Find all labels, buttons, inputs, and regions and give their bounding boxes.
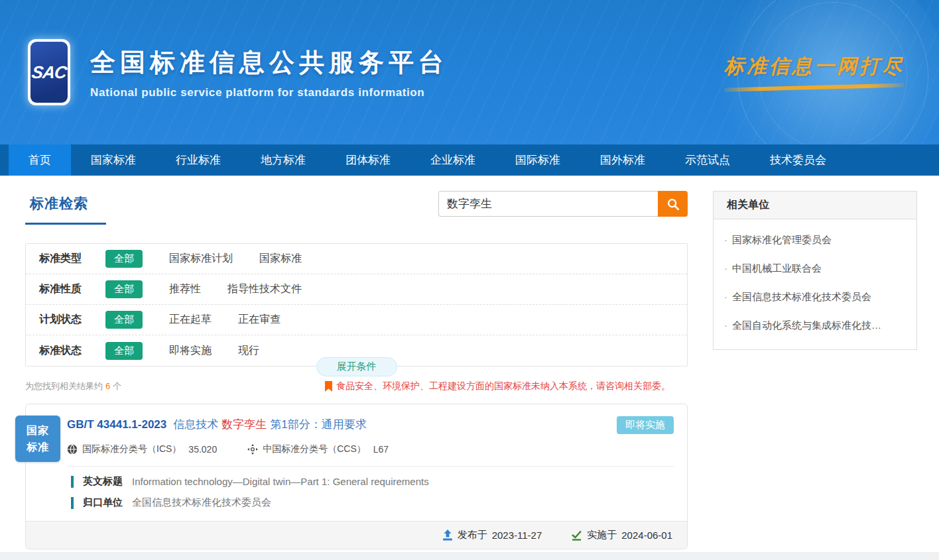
page-bottom-strip xyxy=(0,552,939,560)
related-unit-link[interactable]: ·全国自动化系统与集成标准化技… xyxy=(714,311,916,340)
filter-option[interactable]: 指导性技术文件 xyxy=(227,282,302,296)
search-term-highlight: 数字孪生 xyxy=(221,418,267,431)
nav-tab-enterprise-standards[interactable]: 企业标准 xyxy=(410,144,495,176)
results-summary: 为您找到相关结果约6个 xyxy=(25,380,121,392)
standard-type-badge: 国家 标准 xyxy=(15,416,60,462)
slogan-text: 标准信息一网打尽 xyxy=(724,53,905,80)
filter-option[interactable]: 国家标准计划 xyxy=(169,252,233,266)
site-title: 全国标准信息公共服务平台 xyxy=(90,46,448,80)
related-unit-link[interactable]: ·国家标准化管理委员会 xyxy=(714,226,916,254)
teal-bar xyxy=(71,476,74,488)
ccs-classification: 中国标准分类号（CCS） L67 xyxy=(247,443,389,455)
sidebar: 相关单位 ·国家标准化管理委员会·中国机械工业联合会·全国信息技术标准化技术委员… xyxy=(713,191,917,552)
search-input[interactable] xyxy=(438,191,658,217)
related-unit-link[interactable]: ·全国信息技术标准化技术委员会 xyxy=(714,283,916,311)
implemented-date: 实施于 2024-06-01 xyxy=(571,529,672,541)
related-units-list: ·国家标准化管理委员会·中国机械工业联合会·全国信息技术标准化技术委员会·全国自… xyxy=(714,219,916,349)
check-icon xyxy=(571,530,582,541)
nav-tab-foreign-standards[interactable]: 国外标准 xyxy=(580,144,665,176)
standard-title-link[interactable]: GB/T 43441.1-2023信息技术数字孪生第1部分：通用要求 xyxy=(67,417,601,432)
system-notice: 食品安全、环境保护、工程建设方面的国家标准未纳入本系统，请咨询相关部委。 xyxy=(325,380,670,392)
filter-label: 标准状态 xyxy=(39,344,105,358)
result-card: 国家 标准 即将实施 GB/T 43441.1-2023信息技术数字孪生第1部分… xyxy=(25,404,688,549)
list-dot: · xyxy=(724,262,727,274)
nav-tab-home[interactable]: 首页 xyxy=(9,144,71,176)
main-column: 标准检索 标准类型全部国家标准计划国家标准标准性质 xyxy=(25,191,688,552)
nav-tab-pilot-projects[interactable]: 示范试点 xyxy=(665,144,750,176)
compass-icon xyxy=(247,444,258,455)
nav-tab-local-standards[interactable]: 地方标准 xyxy=(241,144,326,176)
filter-option[interactable]: 正在审查 xyxy=(238,313,281,327)
related-units-panel: 相关单位 ·国家标准化管理委员会·中国机械工业联合会·全国信息技术标准化技术委员… xyxy=(713,191,917,350)
page: SAC 全国标准信息公共服务平台 National public service… xyxy=(0,0,939,560)
main-nav-list: 首页国家标准行业标准地方标准团体标准企业标准国际标准国外标准示范试点技术委员会 xyxy=(0,144,939,176)
filter-all-badge[interactable]: 全部 xyxy=(105,311,143,329)
search-box xyxy=(438,191,688,217)
expand-conditions-button[interactable]: 展开条件 xyxy=(316,357,397,376)
standard-code: GB/T 43441.1-2023 xyxy=(67,418,166,431)
filter-panel: 标准类型全部国家标准计划国家标准标准性质全部推荐性指导性技术文件计划状态全部正在… xyxy=(25,243,688,366)
title-underline xyxy=(25,223,106,225)
english-title-value: Information technology—Digital twin—Part… xyxy=(132,476,429,487)
ics-value: 35.020 xyxy=(188,444,217,455)
filter-option[interactable]: 现行 xyxy=(238,344,259,358)
nav-tab-industry-standards[interactable]: 行业标准 xyxy=(156,144,241,176)
list-dot: · xyxy=(724,319,727,331)
related-units-title: 相关单位 xyxy=(714,192,916,219)
classification-row: 国际标准分类号（ICS） 35.020 中国标准分类号（CCS） L67 xyxy=(26,432,687,455)
nav-tab-international-standards[interactable]: 国际标准 xyxy=(495,144,580,176)
nav-tab-national-standards[interactable]: 国家标准 xyxy=(71,144,156,176)
filter-row-standard-nature: 标准性质全部推荐性指导性技术文件 xyxy=(26,274,687,305)
filter-option[interactable]: 推荐性 xyxy=(169,282,201,296)
sac-logo[interactable]: SAC xyxy=(28,39,70,105)
content: 标准检索 标准类型全部国家标准计划国家标准标准性质 xyxy=(0,176,939,552)
header-slogan: 标准信息一网打尽 xyxy=(724,53,905,89)
published-date: 发布于 2023-11-27 xyxy=(442,529,542,541)
filter-option[interactable]: 即将实施 xyxy=(169,344,212,358)
filter-option[interactable]: 正在起草 xyxy=(169,313,212,327)
bookmark-icon xyxy=(325,381,332,392)
filter-row-standard-type: 标准类型全部国家标准计划国家标准 xyxy=(26,244,687,274)
filter-row-plan-status: 计划状态全部正在起草正在审查 xyxy=(26,305,687,335)
site-header: SAC 全国标准信息公共服务平台 National public service… xyxy=(0,0,939,144)
list-dot: · xyxy=(724,291,727,302)
filter-label: 标准类型 xyxy=(39,252,105,266)
filter-label: 计划状态 xyxy=(39,313,105,327)
search-button[interactable] xyxy=(658,191,688,217)
upload-icon xyxy=(442,530,453,541)
sac-logo-text: SAC xyxy=(31,62,68,83)
main-nav: 首页国家标准行业标准地方标准团体标准企业标准国际标准国外标准示范试点技术委员会 xyxy=(0,144,939,176)
status-badge: 即将实施 xyxy=(617,416,674,434)
filter-label: 标准性质 xyxy=(39,282,105,296)
site-subtitle: National public service platform for sta… xyxy=(90,86,448,99)
department-value: 全国信息技术标准化技术委员会 xyxy=(132,496,271,509)
filter-all-badge[interactable]: 全部 xyxy=(105,250,143,268)
ics-classification: 国际标准分类号（ICS） 35.020 xyxy=(67,443,217,455)
search-icon xyxy=(666,197,680,211)
ccs-value: L67 xyxy=(373,444,389,455)
department-row: 归口单位 全国信息技术标准化技术委员会 xyxy=(26,488,687,509)
filter-all-badge[interactable]: 全部 xyxy=(105,280,143,298)
results-count: 6 xyxy=(105,381,110,391)
globe-icon xyxy=(67,444,78,455)
english-title-row: 英文标题 Information technology—Digital twin… xyxy=(26,467,687,488)
nav-tab-group-standards[interactable]: 团体标准 xyxy=(326,144,410,176)
page-title: 标准检索 xyxy=(25,191,106,213)
teal-bar xyxy=(71,497,74,509)
related-unit-link[interactable]: ·中国机械工业联合会 xyxy=(714,254,916,283)
filter-all-badge[interactable]: 全部 xyxy=(105,342,143,360)
list-dot: · xyxy=(724,234,727,245)
filter-option[interactable]: 国家标准 xyxy=(259,252,302,266)
nav-tab-technical-committees[interactable]: 技术委员会 xyxy=(750,144,846,176)
card-footer: 发布于 2023-11-27 实施于 2024-06-01 xyxy=(26,521,687,549)
